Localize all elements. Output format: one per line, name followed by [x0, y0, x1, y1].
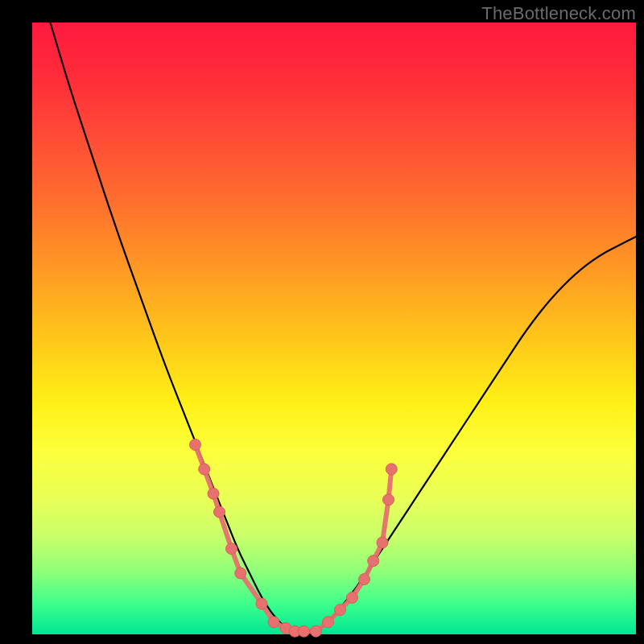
marker-dot	[208, 488, 219, 499]
marker-dot	[359, 574, 370, 585]
marker-dot	[323, 617, 334, 628]
marker-dot	[311, 625, 322, 637]
marker-dot	[199, 464, 210, 475]
bottleneck-curve	[51, 23, 637, 634]
plot-area	[32, 23, 636, 634]
marker-dot	[377, 537, 388, 548]
marker-dot	[235, 568, 246, 579]
marker-dot	[368, 555, 379, 567]
marker-dot	[214, 506, 225, 518]
chart-svg	[32, 23, 636, 634]
marker-dot	[256, 598, 267, 609]
marker-dot	[299, 625, 310, 637]
watermark-text: TheBottleneck.com	[481, 3, 636, 24]
marker-dot	[226, 543, 237, 555]
marker-dot	[268, 617, 279, 628]
marker-dot	[190, 439, 201, 450]
marker-layer	[190, 439, 398, 637]
marker-dot	[347, 592, 358, 603]
marker-dot	[383, 494, 394, 506]
marker-connector	[196, 444, 392, 631]
curve-layer	[51, 23, 637, 634]
outer-frame: TheBottleneck.com	[0, 0, 644, 644]
marker-dot	[335, 605, 346, 616]
marker-dot	[386, 464, 397, 475]
